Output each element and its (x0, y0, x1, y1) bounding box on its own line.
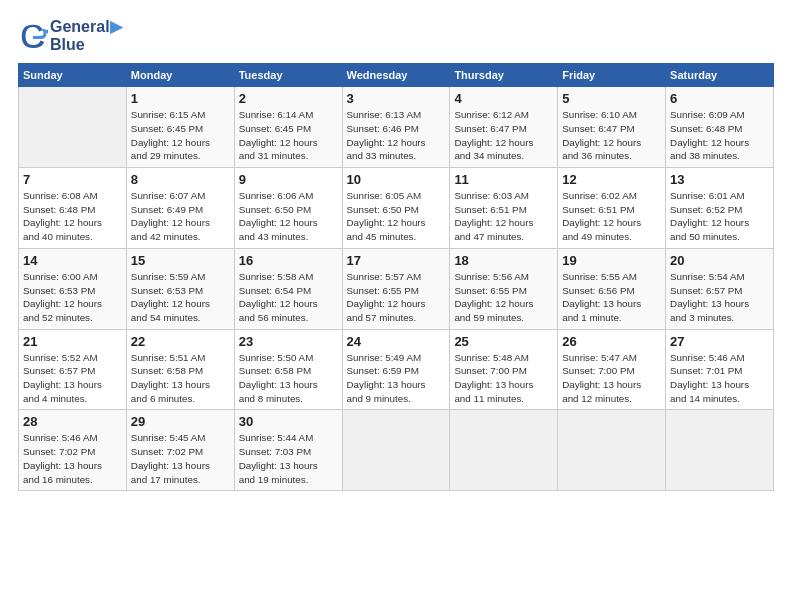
calendar-cell: 25Sunrise: 5:48 AM Sunset: 7:00 PM Dayli… (450, 329, 558, 410)
calendar-cell: 5Sunrise: 6:10 AM Sunset: 6:47 PM Daylig… (558, 87, 666, 168)
day-info: Sunrise: 5:59 AM Sunset: 6:53 PM Dayligh… (131, 270, 230, 325)
day-number: 28 (23, 414, 122, 429)
day-info: Sunrise: 5:49 AM Sunset: 6:59 PM Dayligh… (347, 351, 446, 406)
day-info: Sunrise: 6:09 AM Sunset: 6:48 PM Dayligh… (670, 108, 769, 163)
day-number: 14 (23, 253, 122, 268)
day-number: 16 (239, 253, 338, 268)
calendar-cell: 10Sunrise: 6:05 AM Sunset: 6:50 PM Dayli… (342, 168, 450, 249)
calendar-row-4: 28Sunrise: 5:46 AM Sunset: 7:02 PM Dayli… (19, 410, 774, 491)
col-header-monday: Monday (126, 64, 234, 87)
day-info: Sunrise: 5:52 AM Sunset: 6:57 PM Dayligh… (23, 351, 122, 406)
day-number: 19 (562, 253, 661, 268)
day-number: 25 (454, 334, 553, 349)
day-info: Sunrise: 6:05 AM Sunset: 6:50 PM Dayligh… (347, 189, 446, 244)
calendar-cell: 29Sunrise: 5:45 AM Sunset: 7:02 PM Dayli… (126, 410, 234, 491)
day-info: Sunrise: 6:10 AM Sunset: 6:47 PM Dayligh… (562, 108, 661, 163)
calendar-cell: 3Sunrise: 6:13 AM Sunset: 6:46 PM Daylig… (342, 87, 450, 168)
day-number: 8 (131, 172, 230, 187)
day-info: Sunrise: 6:02 AM Sunset: 6:51 PM Dayligh… (562, 189, 661, 244)
day-info: Sunrise: 5:58 AM Sunset: 6:54 PM Dayligh… (239, 270, 338, 325)
calendar-cell: 17Sunrise: 5:57 AM Sunset: 6:55 PM Dayli… (342, 248, 450, 329)
calendar-cell (19, 87, 127, 168)
day-info: Sunrise: 6:15 AM Sunset: 6:45 PM Dayligh… (131, 108, 230, 163)
day-info: Sunrise: 5:55 AM Sunset: 6:56 PM Dayligh… (562, 270, 661, 325)
calendar-cell: 22Sunrise: 5:51 AM Sunset: 6:58 PM Dayli… (126, 329, 234, 410)
calendar-table: SundayMondayTuesdayWednesdayThursdayFrid… (18, 63, 774, 491)
day-number: 26 (562, 334, 661, 349)
day-number: 17 (347, 253, 446, 268)
calendar-row-0: 1Sunrise: 6:15 AM Sunset: 6:45 PM Daylig… (19, 87, 774, 168)
calendar-cell: 27Sunrise: 5:46 AM Sunset: 7:01 PM Dayli… (666, 329, 774, 410)
day-info: Sunrise: 5:54 AM Sunset: 6:57 PM Dayligh… (670, 270, 769, 325)
calendar-cell: 2Sunrise: 6:14 AM Sunset: 6:45 PM Daylig… (234, 87, 342, 168)
calendar-cell: 15Sunrise: 5:59 AM Sunset: 6:53 PM Dayli… (126, 248, 234, 329)
col-header-saturday: Saturday (666, 64, 774, 87)
calendar-cell: 14Sunrise: 6:00 AM Sunset: 6:53 PM Dayli… (19, 248, 127, 329)
day-number: 6 (670, 91, 769, 106)
day-number: 29 (131, 414, 230, 429)
day-info: Sunrise: 5:44 AM Sunset: 7:03 PM Dayligh… (239, 431, 338, 486)
col-header-friday: Friday (558, 64, 666, 87)
header-row: General▶ Blue (18, 18, 774, 53)
calendar-cell (450, 410, 558, 491)
day-info: Sunrise: 5:56 AM Sunset: 6:55 PM Dayligh… (454, 270, 553, 325)
day-number: 2 (239, 91, 338, 106)
calendar-cell (666, 410, 774, 491)
calendar-cell: 11Sunrise: 6:03 AM Sunset: 6:51 PM Dayli… (450, 168, 558, 249)
logo-icon (18, 21, 48, 51)
day-info: Sunrise: 6:08 AM Sunset: 6:48 PM Dayligh… (23, 189, 122, 244)
calendar-row-2: 14Sunrise: 6:00 AM Sunset: 6:53 PM Dayli… (19, 248, 774, 329)
col-header-thursday: Thursday (450, 64, 558, 87)
calendar-cell: 20Sunrise: 5:54 AM Sunset: 6:57 PM Dayli… (666, 248, 774, 329)
day-number: 22 (131, 334, 230, 349)
day-info: Sunrise: 6:06 AM Sunset: 6:50 PM Dayligh… (239, 189, 338, 244)
page-container: General▶ Blue SundayMondayTuesdayWednesd… (0, 0, 792, 501)
day-info: Sunrise: 6:14 AM Sunset: 6:45 PM Dayligh… (239, 108, 338, 163)
calendar-cell: 24Sunrise: 5:49 AM Sunset: 6:59 PM Dayli… (342, 329, 450, 410)
day-info: Sunrise: 6:03 AM Sunset: 6:51 PM Dayligh… (454, 189, 553, 244)
calendar-cell: 8Sunrise: 6:07 AM Sunset: 6:49 PM Daylig… (126, 168, 234, 249)
day-number: 11 (454, 172, 553, 187)
day-info: Sunrise: 5:46 AM Sunset: 7:02 PM Dayligh… (23, 431, 122, 486)
day-number: 24 (347, 334, 446, 349)
calendar-cell: 16Sunrise: 5:58 AM Sunset: 6:54 PM Dayli… (234, 248, 342, 329)
day-number: 13 (670, 172, 769, 187)
calendar-cell: 13Sunrise: 6:01 AM Sunset: 6:52 PM Dayli… (666, 168, 774, 249)
day-number: 9 (239, 172, 338, 187)
calendar-cell: 6Sunrise: 6:09 AM Sunset: 6:48 PM Daylig… (666, 87, 774, 168)
day-info: Sunrise: 5:57 AM Sunset: 6:55 PM Dayligh… (347, 270, 446, 325)
calendar-header: SundayMondayTuesdayWednesdayThursdayFrid… (19, 64, 774, 87)
calendar-cell: 23Sunrise: 5:50 AM Sunset: 6:58 PM Dayli… (234, 329, 342, 410)
day-info: Sunrise: 6:12 AM Sunset: 6:47 PM Dayligh… (454, 108, 553, 163)
calendar-cell (342, 410, 450, 491)
calendar-cell: 1Sunrise: 6:15 AM Sunset: 6:45 PM Daylig… (126, 87, 234, 168)
day-number: 1 (131, 91, 230, 106)
logo: General▶ Blue (18, 18, 122, 53)
day-info: Sunrise: 5:51 AM Sunset: 6:58 PM Dayligh… (131, 351, 230, 406)
calendar-cell: 4Sunrise: 6:12 AM Sunset: 6:47 PM Daylig… (450, 87, 558, 168)
calendar-row-3: 21Sunrise: 5:52 AM Sunset: 6:57 PM Dayli… (19, 329, 774, 410)
day-number: 30 (239, 414, 338, 429)
day-number: 5 (562, 91, 661, 106)
day-info: Sunrise: 6:07 AM Sunset: 6:49 PM Dayligh… (131, 189, 230, 244)
calendar-cell: 9Sunrise: 6:06 AM Sunset: 6:50 PM Daylig… (234, 168, 342, 249)
col-header-sunday: Sunday (19, 64, 127, 87)
day-info: Sunrise: 5:46 AM Sunset: 7:01 PM Dayligh… (670, 351, 769, 406)
calendar-cell: 30Sunrise: 5:44 AM Sunset: 7:03 PM Dayli… (234, 410, 342, 491)
day-number: 10 (347, 172, 446, 187)
logo-text: General▶ Blue (50, 18, 122, 53)
calendar-cell: 7Sunrise: 6:08 AM Sunset: 6:48 PM Daylig… (19, 168, 127, 249)
day-number: 23 (239, 334, 338, 349)
day-info: Sunrise: 5:47 AM Sunset: 7:00 PM Dayligh… (562, 351, 661, 406)
day-number: 7 (23, 172, 122, 187)
day-number: 20 (670, 253, 769, 268)
day-info: Sunrise: 6:00 AM Sunset: 6:53 PM Dayligh… (23, 270, 122, 325)
day-info: Sunrise: 5:45 AM Sunset: 7:02 PM Dayligh… (131, 431, 230, 486)
day-number: 15 (131, 253, 230, 268)
col-header-tuesday: Tuesday (234, 64, 342, 87)
calendar-cell (558, 410, 666, 491)
calendar-cell: 19Sunrise: 5:55 AM Sunset: 6:56 PM Dayli… (558, 248, 666, 329)
day-info: Sunrise: 6:01 AM Sunset: 6:52 PM Dayligh… (670, 189, 769, 244)
day-number: 4 (454, 91, 553, 106)
calendar-cell: 12Sunrise: 6:02 AM Sunset: 6:51 PM Dayli… (558, 168, 666, 249)
